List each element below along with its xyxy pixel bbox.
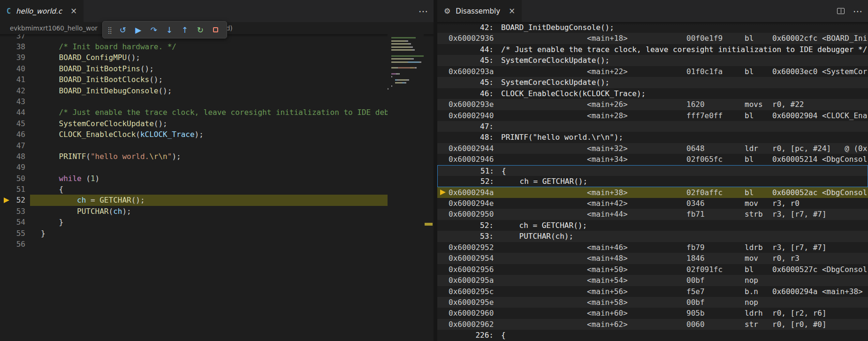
code-line-48[interactable]: 48 PRINTF("hello world.\r\n"); (0, 151, 388, 162)
disasm-source-row[interactable]: 45:SystemCoreClockUpdate(); (437, 77, 868, 88)
disasm-instruction-row[interactable]: 0x60002940<main+28>fff7e0ffbl0x60002904 … (437, 110, 868, 121)
minimap[interactable] (388, 34, 424, 341)
breakpoint-margin[interactable] (0, 118, 13, 129)
stop-button[interactable] (209, 23, 222, 36)
code-line-43[interactable]: 43 (0, 96, 388, 107)
tab-disassembly[interactable]: ⚙ Disassembly × (437, 0, 522, 22)
code-line-49[interactable]: 49 (0, 162, 388, 173)
breakpoint-margin[interactable] (0, 85, 13, 96)
more-actions-icon[interactable]: ⋯ (853, 6, 862, 17)
disasm-instruction-row[interactable]: 0x6000293e<main+26>1620movsr0, #22 (437, 99, 868, 110)
disasm-instruction-row[interactable]: 0x6000295a<main+54>00bfnop (437, 275, 868, 286)
disasm-instruction-row[interactable]: 0x60002956<main+50>02f091fcbl0x6000527c … (437, 264, 868, 275)
code-line-40[interactable]: 40 BOARD_InitBootPins(); (0, 63, 388, 74)
minimap-line (388, 52, 424, 53)
code-line-52[interactable]: 52 ch = GETCHAR(); (0, 195, 388, 205)
tab-hello-world-c[interactable]: C hello_world.c × (0, 0, 84, 22)
code-line-42[interactable]: 42 BOARD_InitDebugConsole(); (0, 85, 388, 96)
disassembly-view: 42:BOARD_InitDebugConsole();0x60002936<m… (437, 22, 868, 341)
opcode-bytes: 01f0c1fa (686, 66, 723, 77)
disasm-instruction-row[interactable]: 0x6000294e<main+42>0346movr3, r0 (437, 198, 868, 209)
code-line-39[interactable]: 39 BOARD_ConfigMPU(); (0, 52, 388, 63)
disasm-instruction-row[interactable]: 0x60002936<main+18>00f0e1f9bl0x60002cfc … (437, 33, 868, 44)
minimap-segment (410, 67, 414, 68)
code-line-38[interactable]: 38 /* Init board hardware. */ (0, 41, 388, 52)
disasm-source-row[interactable]: 226:{ (437, 330, 868, 341)
breakpoint-margin[interactable] (0, 34, 13, 41)
disasm-instruction-row[interactable]: 0x6000294a<main+38>02f0affcbl0x600052ac … (437, 187, 868, 198)
breakpoint-margin[interactable] (0, 206, 13, 217)
disasm-instruction-row[interactable]: 0x60002962<main+62>0060strr0, [r0, #0] (437, 319, 868, 330)
operands: r3, r0 (772, 198, 799, 209)
code-line-56[interactable]: 56 (0, 239, 388, 250)
breakpoint-margin[interactable] (0, 52, 13, 63)
more-actions-icon[interactable]: ⋯ (419, 6, 428, 17)
breakpoint-margin[interactable] (0, 173, 13, 184)
disasm-instruction-row[interactable]: 0x60002954<main+48>1846movr0, r3 (437, 253, 868, 264)
disasm-instruction-row[interactable]: 0x6000295e<main+58>00bfnop (437, 297, 868, 308)
disasm-source-row[interactable]: 47: (437, 121, 868, 132)
code-line-55[interactable]: 55} (0, 228, 388, 239)
disasm-source-row[interactable]: 46:CLOCK_EnableClock(kCLOCK_Trace); (437, 88, 868, 99)
instruction-address: 0x6000293e (449, 99, 494, 110)
breakpoint-margin[interactable] (0, 63, 13, 74)
disasm-instruction-row[interactable]: 0x60002952<main+46>fb79ldrbr3, [r7, #7] (437, 242, 868, 253)
source-line-number: 48: (449, 132, 494, 143)
disasm-source-row[interactable]: 44:/* Just enable the trace clock, leave… (437, 44, 868, 55)
breakpoint-margin[interactable] (0, 239, 13, 250)
code-line-51[interactable]: 51 { (0, 184, 388, 195)
minimap-line (388, 76, 424, 77)
disasm-source-row[interactable]: 45:SystemCoreClockUpdate(); (437, 55, 868, 66)
code-line-44[interactable]: 44 /* Just enable the trace clock, leave… (0, 107, 388, 118)
breakpoint-margin[interactable] (0, 107, 13, 118)
disasm-source-row[interactable]: 51:{ (437, 165, 868, 176)
code-line-47[interactable]: 47 (0, 140, 388, 151)
close-tab-icon[interactable]: × (70, 7, 77, 15)
breakpoint-margin[interactable] (0, 195, 13, 205)
code-line-53[interactable]: 53 PUTCHAR(ch); (0, 206, 388, 217)
split-editor-icon[interactable] (837, 8, 845, 14)
opcode-bytes: fb79 (686, 242, 705, 253)
restart-button[interactable]: ↻ (194, 23, 206, 36)
code-line-54[interactable]: 54 } (0, 217, 388, 227)
overview-ruler[interactable] (424, 34, 434, 341)
disasm-instruction-row[interactable]: 0x60002960<main+60>905bldrhr0, [r2, r6] (437, 308, 868, 318)
close-tab-icon[interactable]: × (509, 7, 515, 15)
step-out-button[interactable]: ↑ (178, 23, 191, 36)
breadcrumb-path-left[interactable]: evkbmimxrt1060_hello_wor (10, 24, 98, 32)
code-line-41[interactable]: 41 BOARD_InitBootClocks(); (0, 74, 388, 85)
breakpoint-margin[interactable] (0, 151, 13, 162)
breakpoint-margin[interactable] (0, 74, 13, 85)
disasm-instruction-row[interactable]: 0x6000295c<main+56>f5e7b.n0x6000294a <ma… (437, 286, 868, 297)
disasm-source-row[interactable]: 48:PRINTF("hello world.\r\n"); (437, 132, 868, 143)
breakpoint-margin[interactable] (0, 140, 13, 151)
disasm-instruction-row[interactable]: 0x60002950<main+44>fb71strbr3, [r7, #7] (437, 209, 868, 220)
reset-button[interactable]: ↺ (116, 23, 129, 36)
step-over-button[interactable]: ↷ (147, 23, 160, 36)
breakpoint-margin[interactable] (0, 129, 13, 140)
breakpoint-margin[interactable] (0, 228, 13, 239)
toolbar-gripper-icon[interactable]: ⣿ (107, 26, 112, 34)
breakpoint-margin[interactable] (0, 162, 13, 173)
code-line-45[interactable]: 45 SystemCoreClockUpdate(); (0, 118, 388, 129)
code-line-46[interactable]: 46 CLOCK_EnableClock(kCLOCK_Trace); (0, 129, 388, 140)
continue-button[interactable]: ▶ (132, 23, 145, 36)
disasm-instruction-row[interactable]: 0x6000293a<main+22>01f0c1fabl0x60003ec0 … (437, 66, 868, 77)
editor-group-sash[interactable] (434, 0, 437, 341)
opcode-bytes: 00bf (686, 297, 705, 308)
breakpoint-margin[interactable] (0, 96, 13, 107)
disasm-source-row[interactable]: 53: PUTCHAR(ch); (437, 231, 868, 242)
disasm-source-row[interactable]: 52: ch = GETCHAR(); (437, 176, 868, 187)
breakpoint-margin[interactable] (0, 184, 13, 195)
disasm-instruction-row[interactable]: 0x60002946<main+34>02f065fcbl0x60005214 … (437, 154, 868, 165)
breakpoint-margin[interactable] (0, 217, 13, 227)
disasm-instruction-row[interactable]: 0x60002944<main+32>0648ldrr0, [pc, #24] … (437, 143, 868, 154)
minimap-segment (391, 67, 397, 68)
opcode-bytes: 00bf (686, 275, 705, 286)
step-into-button[interactable]: ↓ (163, 23, 175, 36)
disasm-source-row[interactable]: 52: ch = GETCHAR(); (437, 220, 868, 231)
disasm-source-row[interactable]: 42:BOARD_InitDebugConsole(); (437, 22, 868, 33)
code-editor[interactable]: 3738 /* Init board hardware. */39 BOARD_… (0, 34, 434, 341)
code-line-50[interactable]: 50 while (1) (0, 173, 388, 184)
breakpoint-margin[interactable] (0, 41, 13, 52)
